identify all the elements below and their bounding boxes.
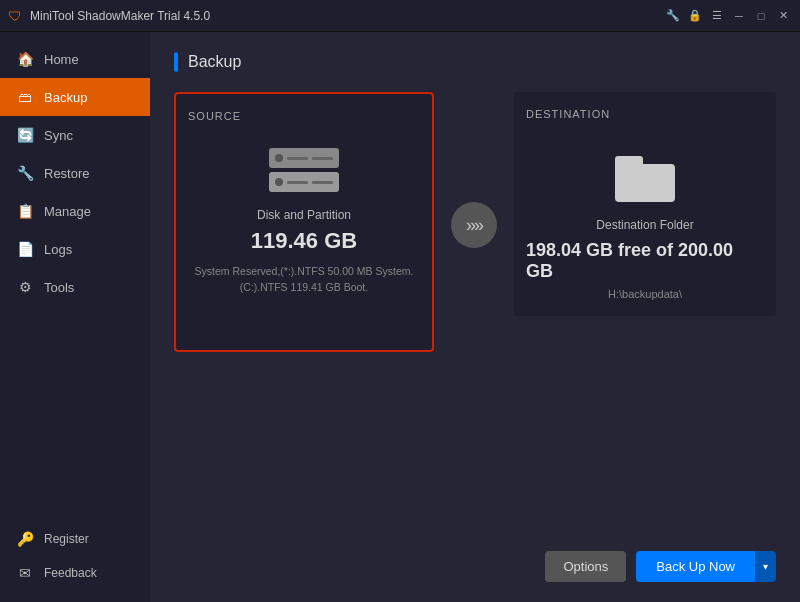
folder-icon [615, 156, 675, 202]
sidebar-item-feedback[interactable]: ✉ Feedback [0, 556, 150, 590]
disk-bar-2 [269, 172, 339, 192]
app-icon: 🛡 [8, 8, 24, 24]
manage-icon: 📋 [16, 202, 34, 220]
sidebar-label-manage: Manage [44, 204, 91, 219]
sidebar-label-feedback: Feedback [44, 566, 97, 580]
sidebar-item-home[interactable]: 🏠 Home [0, 40, 150, 78]
source-detail: System Reserved,(*:).NTFS 50.00 MB Syste… [188, 264, 420, 296]
arrow-container: »» [434, 92, 514, 248]
app-title: MiniTool ShadowMaker Trial 4.5.0 [30, 9, 664, 23]
content-area: Backup SOURCE [150, 32, 800, 602]
menu-icon-btn[interactable]: ☰ [708, 7, 726, 25]
title-bar: 🛡 MiniTool ShadowMaker Trial 4.5.0 🔧 🔒 ☰… [0, 0, 800, 32]
sidebar: 🏠 Home 🗃 Backup 🔄 Sync 🔧 Restore 📋 Manag… [0, 32, 150, 602]
sidebar-item-sync[interactable]: 🔄 Sync [0, 116, 150, 154]
sidebar-label-restore: Restore [44, 166, 90, 181]
backup-now-button[interactable]: Back Up Now [636, 551, 755, 582]
sidebar-item-tools[interactable]: ⚙ Tools [0, 268, 150, 306]
page-title: Backup [188, 53, 241, 71]
restore-icon: 🔧 [16, 164, 34, 182]
page-title-bar: Backup [174, 52, 776, 72]
sync-icon: 🔄 [16, 126, 34, 144]
backup-dropdown-button[interactable]: ▾ [755, 551, 776, 582]
source-size: 119.46 GB [251, 228, 357, 254]
source-type: Disk and Partition [257, 208, 351, 222]
destination-type: Destination Folder [596, 218, 693, 232]
sidebar-item-backup[interactable]: 🗃 Backup [0, 78, 150, 116]
home-icon: 🏠 [16, 50, 34, 68]
maximize-button[interactable]: □ [752, 7, 770, 25]
sidebar-nav: 🏠 Home 🗃 Backup 🔄 Sync 🔧 Restore 📋 Manag… [0, 32, 150, 522]
destination-label: DESTINATION [526, 108, 610, 120]
lock-icon-btn[interactable]: 🔒 [686, 7, 704, 25]
close-button[interactable]: ✕ [774, 7, 792, 25]
disk-bar-1 [269, 148, 339, 168]
sidebar-bottom: 🔑 Register ✉ Feedback [0, 522, 150, 602]
sidebar-label-sync: Sync [44, 128, 73, 143]
bottom-bar: Options Back Up Now ▾ [174, 539, 776, 582]
destination-path: H:\backupdata\ [608, 288, 682, 300]
minimize-button[interactable]: ─ [730, 7, 748, 25]
sidebar-item-register[interactable]: 🔑 Register [0, 522, 150, 556]
feedback-icon: ✉ [16, 564, 34, 582]
backup-icon: 🗃 [16, 88, 34, 106]
sidebar-label-tools: Tools [44, 280, 74, 295]
arrow-button[interactable]: »» [451, 202, 497, 248]
backup-panels: SOURCE Disk and Partition 119. [174, 92, 776, 539]
disk-partition-icon [269, 148, 339, 192]
sidebar-item-logs[interactable]: 📄 Logs [0, 230, 150, 268]
sidebar-label-register: Register [44, 532, 89, 546]
window-controls: 🔧 🔒 ☰ ─ □ ✕ [664, 7, 792, 25]
source-label: SOURCE [188, 110, 241, 122]
destination-panel[interactable]: DESTINATION Destination Folder 198.04 GB… [514, 92, 776, 316]
options-button[interactable]: Options [545, 551, 626, 582]
title-accent [174, 52, 178, 72]
backup-button-group: Back Up Now ▾ [636, 551, 776, 582]
sidebar-item-restore[interactable]: 🔧 Restore [0, 154, 150, 192]
sidebar-label-logs: Logs [44, 242, 72, 257]
main-container: 🏠 Home 🗃 Backup 🔄 Sync 🔧 Restore 📋 Manag… [0, 32, 800, 602]
destination-size: 198.04 GB free of 200.00 GB [526, 240, 764, 282]
logs-icon: 📄 [16, 240, 34, 258]
register-icon: 🔑 [16, 530, 34, 548]
tools-icon: ⚙ [16, 278, 34, 296]
settings-icon-btn[interactable]: 🔧 [664, 7, 682, 25]
source-panel[interactable]: SOURCE Disk and Partition 119. [174, 92, 434, 352]
sidebar-label-home: Home [44, 52, 79, 67]
sidebar-item-manage[interactable]: 📋 Manage [0, 192, 150, 230]
sidebar-label-backup: Backup [44, 90, 87, 105]
